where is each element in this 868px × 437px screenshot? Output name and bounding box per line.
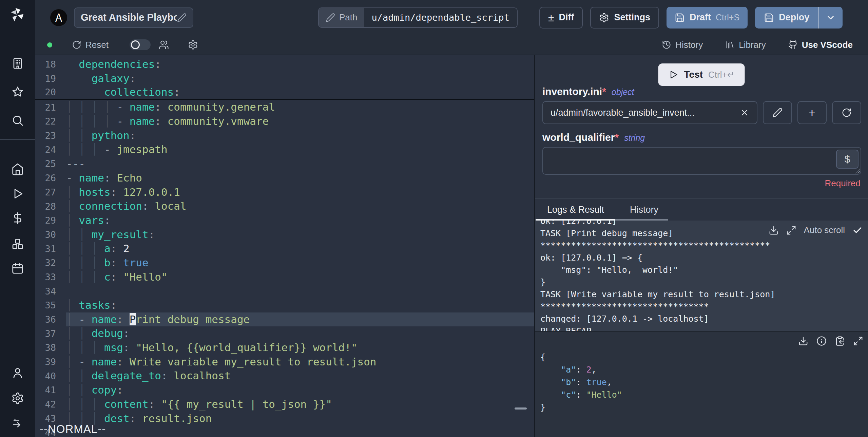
code-line-19[interactable]: 19 galaxy:: [35, 72, 534, 86]
world-qualifier-input[interactable]: $: [542, 147, 861, 175]
inventory-input[interactable]: u/admin/favorable_ansible_invent...: [542, 101, 757, 124]
copy-clipboard-icon[interactable]: [835, 336, 845, 346]
deploy-button-group: Deploy: [755, 7, 843, 28]
cubes-icon[interactable]: [11, 238, 24, 250]
save-icon: [764, 13, 774, 23]
library-label: Library: [739, 40, 766, 50]
code-line-28[interactable]: 28│ connection: local: [35, 199, 534, 213]
settings-label: Settings: [614, 12, 650, 23]
play-icon[interactable]: [11, 187, 24, 200]
code-line-18[interactable]: 18 dependencies:: [35, 57, 534, 72]
deploy-button[interactable]: Deploy: [755, 7, 818, 28]
code-line-37[interactable]: 37│ │ debug:: [35, 326, 534, 341]
user-icon[interactable]: [11, 366, 24, 379]
collaborators-button[interactable]: [159, 40, 169, 50]
code-line-34[interactable]: 34: [35, 284, 534, 298]
field-label-world-qualifier: world_qualifier*string: [542, 132, 645, 143]
code-line-40[interactable]: 40│ │ delegate_to: localhost: [35, 369, 534, 383]
insert-variable-button[interactable]: $: [836, 150, 859, 169]
world-qualifier-type: string: [624, 133, 645, 142]
required-error: Required: [825, 178, 861, 189]
code-line-24[interactable]: 24│ │ │ - jmespath: [35, 142, 534, 157]
history-label: History: [675, 40, 703, 50]
edit-resource-button[interactable]: [763, 101, 792, 124]
path-value[interactable]: u/admin/dependable_script: [364, 8, 517, 27]
clear-icon[interactable]: [740, 108, 749, 117]
logout-icon[interactable]: [11, 417, 24, 430]
log-line: ok: [127.0.0.1] => {: [540, 252, 868, 264]
code-line-30[interactable]: 30│ │ my_result:: [35, 228, 534, 242]
draft-button[interactable]: Draft Ctrl+S: [667, 7, 748, 28]
refresh-icon: [842, 108, 852, 118]
expand-icon[interactable]: [786, 225, 796, 235]
test-button[interactable]: Test Ctrl+↵: [658, 63, 745, 86]
required-asterisk: *: [615, 132, 619, 143]
dollar-icon[interactable]: [11, 212, 24, 225]
path-box[interactable]: Path u/admin/dependable_script: [318, 7, 518, 28]
reset-button[interactable]: Reset: [72, 40, 109, 50]
library-icon: [725, 40, 735, 50]
main-area: A Great Ansible Playbook Path u/admin/de…: [35, 0, 868, 437]
code-line-23[interactable]: 23│ │ python:: [35, 129, 534, 143]
code-line-39[interactable]: 39│ - name: Write variable my_result to …: [35, 355, 534, 369]
result-json-line: "b": true,: [540, 376, 868, 388]
refresh-resource-button[interactable]: [832, 101, 861, 124]
code-line-41[interactable]: 41│ │ copy:: [35, 383, 534, 397]
code-line-42[interactable]: 42│ │ │ content: "{{ my_result | to_json…: [35, 397, 534, 412]
deploy-dropdown-button[interactable]: [818, 7, 843, 28]
result-json[interactable]: { "a": 2, "b": true, "c": "Hello"}: [540, 351, 868, 414]
code-line-26[interactable]: 26- name: Echo: [35, 171, 534, 185]
library-button[interactable]: Library: [725, 40, 766, 50]
ansible-logo-icon: A: [50, 9, 67, 26]
code-line-22[interactable]: 22│ │ │ │ - name: community.vmware: [35, 114, 534, 129]
expand-icon[interactable]: [853, 336, 863, 346]
editor-settings-button[interactable]: [188, 40, 198, 50]
code-line-38[interactable]: 38│ │ │ msg: "Hello, {{world_qualifier}}…: [35, 341, 534, 355]
code-line-44[interactable]: 44: [35, 425, 534, 437]
edit-title-pencil-icon[interactable]: [177, 13, 187, 22]
calendar-icon[interactable]: [11, 262, 24, 275]
test-shortcut: Ctrl+↵: [708, 70, 734, 80]
tab-history[interactable]: History: [630, 205, 658, 215]
toggle-switch[interactable]: [130, 39, 151, 50]
download-icon[interactable]: [769, 225, 779, 235]
code-line-29[interactable]: 29│ vars:: [35, 213, 534, 228]
result-controls: [798, 336, 863, 346]
resize-grip-icon[interactable]: [854, 168, 860, 173]
sidebar: [0, 0, 35, 437]
code-line-25[interactable]: 25---: [35, 157, 534, 171]
info-icon[interactable]: [816, 336, 827, 346]
github-icon: [788, 40, 798, 50]
code-line-36[interactable]: 36│ - name: Print debug message: [35, 312, 534, 327]
diff-label: Diff: [559, 12, 574, 23]
gear-icon[interactable]: [11, 392, 24, 405]
download-icon[interactable]: [798, 336, 808, 346]
panel-resize-handle[interactable]: [515, 407, 527, 410]
script-title-box[interactable]: Great Ansible Playbook: [74, 7, 193, 28]
code-line-20[interactable]: 20 collections:: [35, 86, 534, 100]
use-vscode-button[interactable]: Use VScode: [788, 40, 853, 50]
history-button[interactable]: History: [662, 40, 703, 50]
log-output[interactable]: ok: [127.0.0.1]TASK [Print debug message…: [535, 221, 868, 331]
check-icon[interactable]: [852, 225, 863, 235]
world-qualifier-label: world_qualifier: [542, 132, 615, 143]
settings-button[interactable]: Settings: [590, 7, 659, 28]
search-icon[interactable]: [11, 114, 24, 127]
windmill-logo-icon[interactable]: [9, 6, 26, 23]
home-icon[interactable]: [11, 163, 24, 176]
path-pencil-icon: [326, 13, 335, 22]
star-icon[interactable]: [11, 86, 24, 98]
code-line-21[interactable]: 21│ │ │ │ - name: community.general: [35, 100, 534, 114]
code-editor[interactable]: 18 dependencies:19 galaxy:20 collections…: [35, 55, 534, 437]
code-line-33[interactable]: 33│ │ │ c: "Hello": [35, 270, 534, 284]
code-line-43[interactable]: 43│ │ │ dest: result.json: [35, 412, 534, 426]
code-line-32[interactable]: 32│ │ │ b: true: [35, 256, 534, 270]
code-line-27[interactable]: 27│ hosts: 127.0.0.1: [35, 185, 534, 200]
building-icon[interactable]: [11, 57, 24, 70]
tab-logs-result[interactable]: Logs & Result: [547, 205, 604, 215]
code-line-35[interactable]: 35│ tasks:: [35, 298, 534, 312]
code-line-31[interactable]: 31│ │ │ a: 2: [35, 242, 534, 256]
path-label-section: Path: [319, 8, 364, 27]
add-resource-button[interactable]: +: [797, 101, 827, 124]
diff-button[interactable]: ± Diff: [539, 7, 583, 28]
